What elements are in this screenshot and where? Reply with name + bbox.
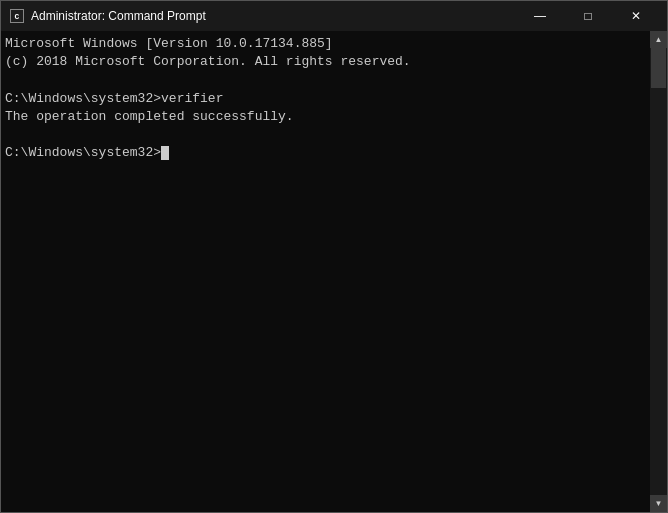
terminal-line6 [5,127,13,142]
title-bar-left: C Administrator: Command Prompt [9,8,206,24]
terminal-output: Microsoft Windows [Version 10.0.17134.88… [5,35,646,162]
scrollbar[interactable]: ▲ ▼ [650,31,667,512]
title-bar: C Administrator: Command Prompt — □ ✕ [1,1,667,31]
cmd-window: C Administrator: Command Prompt — □ ✕ Mi… [0,0,668,513]
terminal-line5: The operation completed successfully. [5,109,294,124]
close-button[interactable]: ✕ [613,1,659,31]
scrollbar-down-arrow[interactable]: ▼ [650,495,667,512]
scrollbar-up-arrow[interactable]: ▲ [650,31,667,48]
terminal-line4: C:\Windows\system32>verifier [5,91,223,106]
terminal-area[interactable]: Microsoft Windows [Version 10.0.17134.88… [1,31,650,512]
scrollbar-track[interactable] [650,48,667,495]
terminal-line1: Microsoft Windows [Version 10.0.17134.88… [5,36,333,51]
terminal-line2: (c) 2018 Microsoft Corporation. All righ… [5,54,411,69]
window-body: Microsoft Windows [Version 10.0.17134.88… [1,31,667,512]
minimize-button[interactable]: — [517,1,563,31]
maximize-button[interactable]: □ [565,1,611,31]
title-controls: — □ ✕ [517,1,659,31]
terminal-line3 [5,72,13,87]
cmd-icon-graphic: C [10,9,24,23]
window-title: Administrator: Command Prompt [31,9,206,23]
terminal-line7: C:\Windows\system32> [5,145,161,160]
terminal-cursor [161,146,169,160]
scrollbar-thumb[interactable] [651,48,666,88]
window-icon: C [9,8,25,24]
